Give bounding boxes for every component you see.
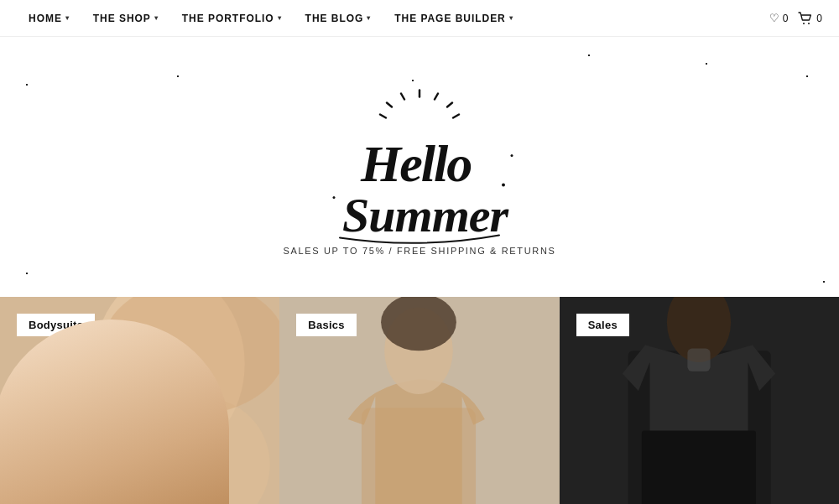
category-grid: Bodysuits Basics: [0, 297, 839, 504]
heart-icon: ♡: [769, 12, 779, 24]
chevron-down-icon: ▾: [278, 14, 282, 22]
nav-label-shop: THE SHOP: [93, 13, 151, 24]
chevron-down-icon: ▾: [509, 14, 513, 22]
svg-point-13: [511, 154, 513, 157]
svg-point-12: [333, 196, 336, 199]
category-card-basics[interactable]: Basics: [279, 297, 559, 504]
nav-label-page-builder: THE PAGE BUILDER: [394, 13, 505, 24]
category-card-sales[interactable]: Sales: [560, 297, 839, 504]
svg-point-1: [808, 23, 810, 24]
nav-label-home: HOME: [29, 13, 62, 24]
nav-item-portfolio[interactable]: THE PORTFOLIO ▾: [170, 0, 294, 37]
category-label-basics: Basics: [296, 314, 356, 336]
svg-line-8: [380, 115, 386, 118]
cart-count: 0: [816, 13, 822, 24]
svg-text:Summer: Summer: [342, 188, 508, 242]
cart-button[interactable]: 0: [798, 12, 822, 25]
wishlist-button[interactable]: ♡ 0: [769, 12, 789, 24]
nav-right: ♡ 0 0: [769, 12, 822, 25]
hero-section: Hello Summer SALES UP TO 75% / FREE SHIP…: [0, 37, 839, 297]
svg-text:Hello: Hello: [360, 135, 471, 192]
nav-item-blog[interactable]: THE BLOG ▾: [294, 0, 383, 37]
category-label-sales: Sales: [576, 314, 629, 336]
hero-tagline: SALES UP TO 75% / FREE SHIPPING & RETURN…: [283, 246, 555, 256]
nav-left: HOME ▾ THE SHOP ▾ THE PORTFOLIO ▾ THE BL…: [17, 0, 525, 37]
svg-point-0: [803, 23, 805, 24]
svg-rect-26: [687, 349, 710, 372]
category-card-bodysuits[interactable]: Bodysuits: [0, 297, 279, 504]
nav-item-shop[interactable]: THE SHOP ▾: [81, 0, 170, 37]
main-nav: HOME ▾ THE SHOP ▾ THE PORTFOLIO ▾ THE BL…: [0, 0, 839, 37]
nav-item-home[interactable]: HOME ▾: [17, 0, 81, 37]
chevron-down-icon: ▾: [65, 14, 70, 22]
chevron-down-icon: ▾: [154, 14, 159, 22]
svg-line-3: [435, 94, 438, 100]
hello-summer-logo: Hello Summer: [310, 86, 529, 254]
svg-point-11: [502, 184, 505, 187]
nav-item-page-builder[interactable]: THE PAGE BUILDER ▾: [383, 0, 524, 37]
svg-line-5: [401, 94, 404, 100]
svg-line-4: [447, 103, 452, 107]
cart-icon: [798, 12, 813, 25]
nav-label-blog: THE BLOG: [305, 13, 364, 24]
svg-line-7: [453, 115, 459, 118]
nav-label-portfolio: THE PORTFOLIO: [182, 13, 274, 24]
wishlist-count: 0: [783, 13, 789, 24]
category-label-bodysuits: Bodysuits: [17, 314, 95, 336]
svg-point-17: [102, 297, 280, 414]
svg-line-6: [387, 103, 392, 107]
chevron-down-icon: ▾: [367, 14, 371, 22]
svg-rect-24: [642, 431, 756, 504]
